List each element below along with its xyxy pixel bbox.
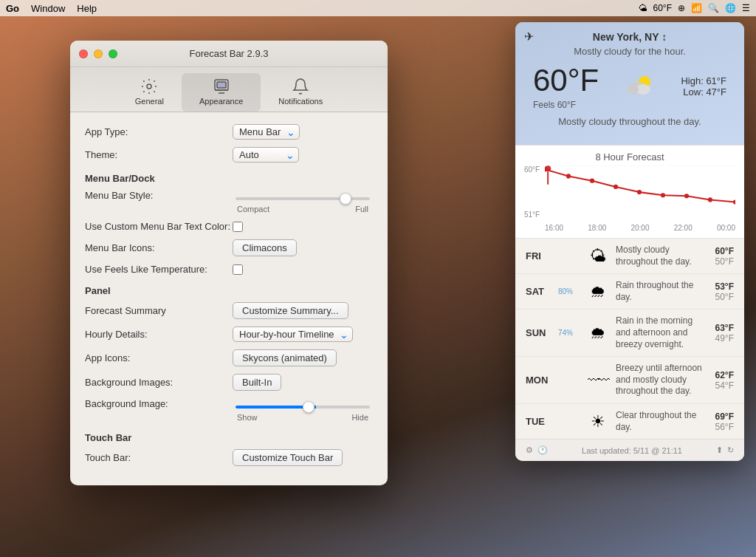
app-icons-label: App Icons: [85, 352, 233, 363]
tab-general[interactable]: General [117, 73, 182, 112]
background-images-row: Background Images: Built-In [85, 374, 373, 391]
custom-color-control [233, 222, 373, 232]
weather-current-icon [622, 69, 658, 104]
day-sat-name: SAT [526, 286, 552, 297]
forecast-day-tue: TUE ☀ Clear throughout the day. 69°F 56°… [515, 403, 744, 439]
weather-footer: ⚙ 🕐 Last updated: 5/11 @ 21:11 ⬆ ↻ [515, 439, 744, 461]
menu-bar-icons-btn[interactable]: Climacons [233, 239, 297, 256]
background-images-control: Built-In [233, 374, 373, 391]
day-sat-high: 53°F [715, 281, 734, 292]
forecast-chart: 8 Hour Forecast 60°F 51°F [515, 145, 744, 238]
menu-bar-icons-row: Menu Bar Icons: Climacons [85, 239, 373, 256]
menu-bluetooth-icon: ⊕ [678, 3, 685, 13]
svg-point-10 [566, 174, 571, 178]
location-pin-icon: ✈ [524, 30, 534, 44]
history-icon[interactable]: 🕐 [537, 445, 548, 455]
menu-list-icon[interactable]: ☰ [742, 3, 750, 13]
tab-notifications-label: Notifications [278, 97, 323, 106]
forecast-days: FRI 🌤 Mostly cloudy throughout the day. … [515, 238, 744, 439]
theme-control: Auto Light Dark ⌄ [233, 147, 373, 163]
menu-bar-style-slider-container: Compact Full [233, 190, 373, 213]
background-image-slider[interactable] [236, 406, 370, 409]
svg-point-17 [733, 199, 735, 204]
feels-like-checkbox[interactable] [233, 264, 243, 275]
menu-bar-style-control: Compact Full [233, 190, 373, 213]
app-type-row: App Type: Menu Bar Dock Both ⌄ [85, 124, 373, 140]
touch-bar-label: Touch Bar: [85, 452, 233, 463]
weather-header: ✈ New York, NY ↕ Mostly cloudy for the h… [515, 22, 744, 145]
weather-temperature: 60°F [533, 63, 599, 98]
day-fri-name: FRI [526, 250, 552, 262]
forecast-day-sat: SAT 80% 🌧 Rain throughout the day. 53°F … [515, 273, 744, 309]
day-sun-temps: 63°F 49°F [715, 323, 734, 344]
day-sat-low: 50°F [715, 292, 734, 302]
menu-search-icon[interactable]: 🔍 [708, 3, 719, 13]
background-image-control: Show Hide [233, 398, 373, 422]
feels-like-row: Use Feels Like Temperature: [85, 264, 373, 275]
weather-condition: Mostly cloudy for the hour. [527, 46, 732, 57]
settings-body: App Type: Menu Bar Dock Both ⌄ Theme: A [70, 112, 388, 485]
day-fri-low: 50°F [715, 256, 734, 267]
svg-point-13 [637, 190, 642, 194]
weather-location[interactable]: New York, NY ↕ [527, 31, 732, 43]
forecast-day-sun: SUN 74% 🌧 Rain in the morning and aftern… [515, 309, 744, 356]
forecast-summary-control: Customize Summary... [233, 302, 373, 319]
hourly-details-select[interactable]: Hour-by-hour Timeline Summary None [233, 327, 353, 342]
hourly-details-row: Hourly Details: Hour-by-hour Timeline Su… [85, 327, 373, 342]
minimize-button[interactable] [94, 49, 103, 58]
menu-bar-dock-header: Menu Bar/Dock [85, 173, 373, 184]
hourly-details-select-wrapper: Hour-by-hour Timeline Summary None ⌄ [233, 327, 353, 342]
slider-full-label: Full [355, 205, 368, 213]
day-mon-high: 62°F [715, 370, 734, 380]
weather-panel: ✈ New York, NY ↕ Mostly cloudy for the h… [515, 22, 744, 461]
toolbar: General Appearance Notifications [70, 67, 388, 112]
share-icon[interactable]: ⬆ [716, 445, 723, 455]
chart-x-4: 00:00 [717, 224, 735, 232]
chart-x-1: 18:00 [588, 224, 606, 232]
day-sat-temps: 53°F 50°F [715, 281, 734, 302]
svg-point-11 [590, 179, 594, 183]
title-bar: Forecast Bar 2.9.3 [70, 41, 388, 67]
chart-area: 60°F 51°F [524, 165, 735, 232]
background-images-btn[interactable]: Built-In [233, 374, 281, 391]
refresh-icon[interactable]: ↻ [727, 445, 734, 455]
settings-icon[interactable]: ⚙ [526, 445, 533, 455]
menu-wifi-icon: 📶 [691, 3, 702, 13]
day-fri-desc: Mostly cloudy throughout the day. [616, 245, 709, 267]
menu-help[interactable]: Help [77, 3, 97, 14]
forecast-day-fri: FRI 🌤 Mostly cloudy throughout the day. … [515, 238, 744, 273]
app-icons-btn[interactable]: Skycons (animated) [233, 349, 337, 366]
footer-actions: ⬆ ↻ [716, 445, 734, 455]
custom-color-checkbox[interactable] [233, 222, 243, 232]
customize-summary-btn[interactable]: Customize Summary... [233, 302, 348, 319]
day-tue-low: 56°F [715, 422, 734, 432]
day-sat-icon: 🌧 [586, 282, 610, 301]
weather-high: High: 61°F [681, 75, 726, 86]
customize-touch-bar-btn[interactable]: Customize Touch Bar [233, 449, 343, 466]
menu-window[interactable]: Window [31, 3, 65, 14]
touch-bar-control: Customize Touch Bar [233, 449, 373, 466]
menu-bar: Go Window Help 🌤 60°F ⊕ 📶 🔍 🌐 ☰ [0, 0, 756, 16]
background-image-label: Background Image: [85, 398, 233, 409]
app-type-select[interactable]: Menu Bar Dock Both [233, 124, 300, 140]
forecast-summary-row: Forecast Summary Customize Summary... [85, 302, 373, 319]
chart-x-3: 22:00 [674, 224, 693, 232]
menu-bar-style-slider[interactable] [236, 197, 370, 200]
maximize-button[interactable] [109, 49, 117, 58]
tab-general-label: General [135, 97, 164, 106]
tab-appearance[interactable]: Appearance [182, 73, 261, 112]
weather-summary: Mostly cloudy throughout the day. [527, 110, 732, 136]
menu-go[interactable]: Go [6, 3, 19, 14]
theme-row: Theme: Auto Light Dark ⌄ [85, 147, 373, 163]
slider-hide-label: Hide [351, 413, 368, 422]
bg-slider-labels: Show Hide [236, 413, 370, 422]
close-button[interactable] [79, 49, 88, 58]
weather-feels-like: Feels 60°F [533, 100, 599, 110]
day-tue-desc: Clear throughout the day. [616, 410, 709, 433]
forecast-summary-label: Forecast Summary [85, 305, 233, 316]
tab-notifications[interactable]: Notifications [261, 73, 340, 112]
day-sun-icon: 🌧 [586, 324, 610, 343]
custom-color-label: Use Custom Menu Bar Text Color: [85, 221, 233, 232]
background-images-label: Background Images: [85, 377, 233, 388]
theme-select[interactable]: Auto Light Dark [233, 147, 299, 163]
